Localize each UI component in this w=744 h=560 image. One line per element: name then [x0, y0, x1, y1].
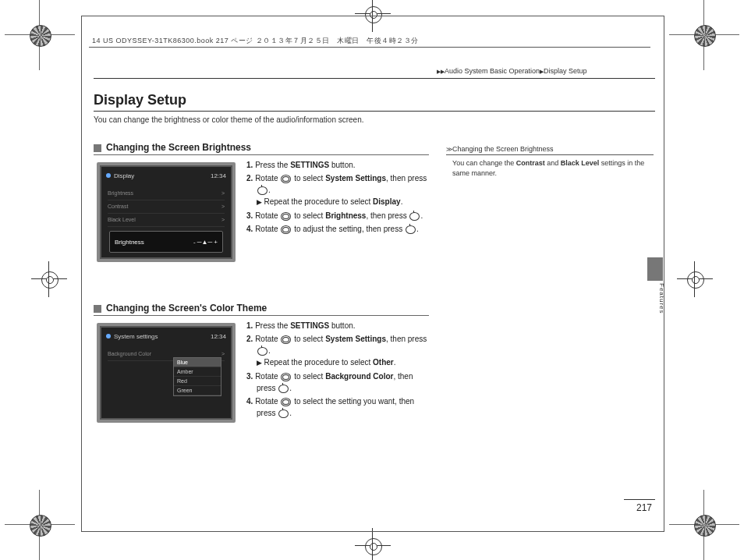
rotate-dial-icon: [281, 175, 291, 183]
breadcrumb-a: Audio System Basic Operation: [445, 67, 540, 75]
rotate-dial-icon: [281, 335, 291, 344]
section-heading-color-theme: Changing the Screen's Color Theme: [94, 303, 429, 316]
rotate-dial-icon: [281, 373, 291, 381]
list-row: Background Color: [108, 349, 151, 360]
sidebar-note-body: You can change the Contrast and Black Le…: [446, 158, 654, 179]
step-2: 2. Rotate to select System Settings, the…: [246, 172, 434, 208]
rotate-dial-icon: [281, 398, 291, 406]
screenshot-title: Display: [114, 172, 134, 179]
dropdown-option: Red: [174, 377, 221, 386]
registration-mark-icon: [39, 269, 59, 289]
section-heading-text: Changing the Screen's Color Theme: [106, 303, 267, 314]
divider: [624, 499, 655, 500]
sidebar-note-heading: ≫Changing the Screen Brightness: [446, 145, 654, 155]
screenshot-title: System settings: [114, 333, 158, 340]
side-tab: [647, 257, 663, 281]
divider: [94, 111, 655, 112]
page-title: Display Setup: [94, 92, 186, 108]
step-3: 3. Rotate to select Brightness, then pre…: [246, 210, 434, 222]
breadcrumb-b: Display Setup: [544, 67, 587, 75]
dropdown-option: Amber: [174, 367, 221, 377]
screenshot-clock: 12:34: [211, 333, 226, 340]
press-button-icon: [278, 385, 289, 393]
rotate-dial-icon: [281, 212, 291, 221]
press-button-icon: [257, 186, 267, 195]
step-2: 2. Rotate to select System Settings, the…: [246, 333, 434, 369]
crop-mark-icon: [693, 23, 716, 47]
rotate-dial-icon: [281, 225, 291, 234]
square-bullet-icon: [94, 305, 101, 313]
side-tab-label: Features: [658, 283, 665, 314]
steps-brightness: 1. Press the SETTINGS button. 2. Rotate …: [246, 159, 434, 236]
step-4: 4. Rotate to select the setting you want…: [246, 395, 434, 419]
dot-icon: [106, 334, 111, 338]
breadcrumb: ▶▶Audio System Basic Operation▶Display S…: [437, 67, 587, 75]
list-row: Contrast: [108, 201, 128, 212]
divider: [94, 78, 655, 79]
press-button-icon: [278, 409, 289, 418]
list-row: Black Level: [108, 214, 136, 225]
crop-mark-icon: [693, 513, 716, 537]
popup-label: Brightness: [115, 239, 144, 246]
screenshot-list: Brightness> Contrast> Black Level>: [108, 187, 225, 227]
slider-icon: - ─▲─ +: [193, 239, 218, 246]
dropdown-option: Green: [174, 386, 221, 395]
screenshot-clock: 12:34: [211, 172, 226, 179]
document-header-text: 14 US ODYSSEY-31TK86300.book 217 ページ ２０１…: [92, 37, 419, 44]
step-3: 3. Rotate to select Background Color, th…: [246, 370, 434, 394]
page-number: 217: [636, 502, 652, 513]
square-bullet-icon: [94, 144, 101, 152]
dot-icon: [106, 173, 111, 178]
dropdown-option: Blue: [174, 358, 221, 367]
press-button-icon: [406, 225, 416, 234]
step-1: 1. Press the SETTINGS button.: [246, 320, 434, 331]
section-heading-brightness: Changing the Screen Brightness: [94, 142, 429, 155]
crop-mark-icon: [28, 513, 51, 537]
step-1: 1. Press the SETTINGS button.: [246, 159, 434, 171]
document-header: 14 US ODYSSEY-31TK86300.book 217 ページ ２０１…: [92, 36, 419, 46]
step-4: 4. Rotate to adjust the setting, then pr…: [246, 223, 434, 235]
press-button-icon: [257, 347, 267, 356]
double-chevron-icon: ≫: [446, 146, 452, 153]
triangle-right-icon: ▶: [257, 359, 264, 367]
screenshot-background-color: System settings 12:34 Background Color> …: [97, 323, 236, 423]
screenshot-dropdown: Blue Amber Red Green: [173, 357, 221, 396]
chevron-right-icon: ▶▶: [437, 69, 445, 74]
registration-mark-icon: [363, 536, 383, 556]
screenshot-slider-popup: Brightness - ─▲─ +: [109, 231, 223, 253]
registration-mark-icon: [685, 269, 705, 289]
steps-color-theme: 1. Press the SETTINGS button. 2. Rotate …: [246, 320, 434, 420]
triangle-right-icon: ▶: [257, 198, 264, 206]
screenshot-display-brightness: Display 12:34 Brightness> Contrast> Blac…: [97, 162, 236, 262]
list-row: Brightness: [108, 188, 133, 199]
section-heading-text: Changing the Screen Brightness: [106, 142, 251, 153]
intro-text: You can change the brightness or color t…: [94, 115, 364, 124]
sidebar-note: ≫Changing the Screen Brightness You can …: [446, 145, 654, 179]
crop-mark-icon: [28, 23, 51, 47]
press-button-icon: [409, 212, 420, 221]
